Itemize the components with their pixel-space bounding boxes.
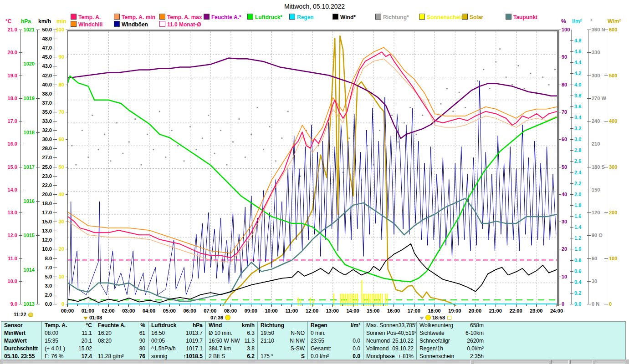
time-tick bbox=[67, 304, 68, 307]
series-richtung-dot bbox=[171, 130, 173, 131]
series-richtung-dot bbox=[530, 73, 531, 74]
cell-value: 0.0 bbox=[331, 345, 360, 353]
legend-item-windboeen: Windböen bbox=[114, 21, 148, 27]
time-tick bbox=[200, 304, 200, 306]
series-richtung-dot bbox=[214, 152, 215, 154]
axis-tick-kmh bbox=[53, 157, 57, 158]
cell-label: Vollmond bbox=[366, 345, 389, 353]
table-cell-wind: 384.7 km3.8 bbox=[206, 345, 257, 353]
legend-item-temp-a: Temp. A. bbox=[71, 14, 101, 20]
table-cell-temp: (+ 4.01 )15.02 bbox=[42, 345, 95, 353]
table-row-label-text: Durchschnitt bbox=[4, 345, 38, 353]
axis-label-min: 100 bbox=[44, 27, 64, 32]
axis-label-degC: 16.0 bbox=[0, 142, 17, 146]
axis-tick-deg bbox=[587, 235, 591, 236]
series-richtung-dot bbox=[348, 137, 350, 139]
time-tick bbox=[343, 304, 343, 306]
axis-tick-lm2 bbox=[570, 128, 573, 129]
axis-label-wm2: 300 bbox=[609, 165, 617, 169]
series-richtung-dot bbox=[202, 137, 203, 139]
time-label: 21:00 bbox=[489, 308, 502, 313]
legend-swatch-sonnenschein-icon bbox=[419, 14, 425, 20]
time-tick bbox=[384, 304, 384, 306]
axis-tick-kmh bbox=[53, 212, 57, 213]
axis-tick-kmh bbox=[53, 240, 57, 240]
status-bar-panel bbox=[474, 360, 549, 364]
time-tick bbox=[139, 304, 139, 306]
axis-label-degC: 13.0 bbox=[0, 210, 17, 215]
sunset-arrow-icon bbox=[419, 317, 424, 320]
axis-tick-lm2 bbox=[570, 51, 573, 52]
time-label: 09:00 bbox=[245, 308, 257, 313]
status-bar-panel bbox=[551, 360, 569, 364]
cell-value: 20.1 bbox=[58, 337, 92, 345]
table-header-unit bbox=[284, 322, 305, 329]
axis-tick-wm2 bbox=[604, 304, 608, 304]
legend-item-luftdruck: Luftdruck* bbox=[247, 14, 282, 20]
axis-tick-degC bbox=[19, 76, 22, 76]
time-label: 03:00 bbox=[122, 308, 135, 313]
axis-label-lm2: 1.8 bbox=[574, 203, 581, 207]
axis-tick-deg bbox=[587, 52, 591, 53]
axis-tick-kmh bbox=[53, 295, 57, 295]
axis-label-kmh: 13.0 bbox=[32, 228, 52, 233]
cell-value: 3.8 bbox=[239, 345, 255, 353]
legend-swatch-regen-icon bbox=[289, 14, 295, 20]
cell-left: Ø 10 min. bbox=[209, 329, 232, 337]
time-tick bbox=[312, 304, 312, 307]
axis-label-lm2: 2.0 bbox=[574, 192, 581, 197]
series-richtung-dot bbox=[483, 69, 484, 70]
axis-label-kmh: 27.0 bbox=[32, 155, 52, 160]
cell-value: 80 bbox=[98, 345, 145, 353]
cell-left: (+ 4.01 ) bbox=[45, 345, 65, 353]
cell-value: 11.1 bbox=[58, 329, 92, 337]
axis-tick-kmh bbox=[53, 231, 57, 231]
time-tick bbox=[281, 304, 282, 306]
axis-label-lm2: 3.0 bbox=[574, 137, 581, 142]
axis-label-kmh: 18.0 bbox=[32, 201, 52, 206]
axis-tick-kmh bbox=[53, 286, 57, 286]
series-solar-line bbox=[223, 36, 456, 306]
axis-label-lm2: 2.8 bbox=[574, 148, 581, 152]
status-bar bbox=[0, 359, 629, 364]
series-richtung-dot bbox=[183, 160, 184, 162]
axis-label-degC: 11.0 bbox=[0, 256, 17, 261]
table-col-luftdruck: LuftdruckhPa16:501013.700:051019.7^1.5hP… bbox=[148, 322, 205, 359]
axis-tick-kmh bbox=[53, 94, 57, 94]
sensor-summary-table: SensorMinWertMaxWertDurchschnitt05.10. 2… bbox=[1, 321, 626, 360]
sunset-time: 18:58 bbox=[432, 315, 445, 320]
cell-left: 08:20 bbox=[98, 337, 112, 345]
annotation-sunrise: 07:36 bbox=[210, 315, 230, 320]
cell-label: Max. Sonnen bbox=[366, 322, 399, 329]
time-tick bbox=[240, 304, 241, 306]
time-tick bbox=[475, 304, 476, 307]
cell-value bbox=[326, 329, 360, 337]
axis-label-deg: 60 bbox=[592, 256, 597, 261]
legend-swatch-luftdruck-icon bbox=[247, 14, 253, 20]
axis-tick-lm2 bbox=[570, 150, 573, 151]
legend-swatch-richtung-icon bbox=[375, 14, 381, 20]
legend-swatch-monat-avg-icon bbox=[159, 21, 165, 27]
axis-label-lm2: 2.6 bbox=[574, 159, 581, 163]
annotation-sunset: 18:58 bbox=[419, 315, 451, 320]
series-richtung-dot bbox=[422, 115, 423, 116]
axis-tick-deg bbox=[587, 281, 591, 282]
status-bar-panel bbox=[570, 360, 593, 364]
axis-label-lm2: 0.6 bbox=[574, 269, 581, 273]
cell-value: N-NW bbox=[274, 337, 305, 345]
table-row-label: Sensor bbox=[1, 322, 41, 329]
axis-label-pct: 100 bbox=[562, 27, 570, 32]
series-richtung-dot bbox=[281, 137, 282, 139]
series-richtung-dot bbox=[232, 141, 234, 142]
axis-label-lm2: 1.2 bbox=[574, 236, 581, 240]
legend-item-taupunkt: Taupunkt bbox=[506, 14, 537, 20]
legend-item-regen: Regen bbox=[289, 14, 314, 20]
table-cell-astro: Sonnen Pos-40,519° bbox=[363, 329, 416, 337]
axis-label-kmh: 22.0 bbox=[32, 183, 52, 187]
axis-label-min: 10 bbox=[44, 274, 64, 279]
series-richtung-dot bbox=[287, 111, 289, 112]
moonrise-time: 11:22 bbox=[14, 312, 26, 317]
axis-tick-lm2 bbox=[570, 40, 573, 41]
cell-left: 21:10 bbox=[261, 337, 274, 345]
series-richtung-dot bbox=[489, 88, 491, 89]
